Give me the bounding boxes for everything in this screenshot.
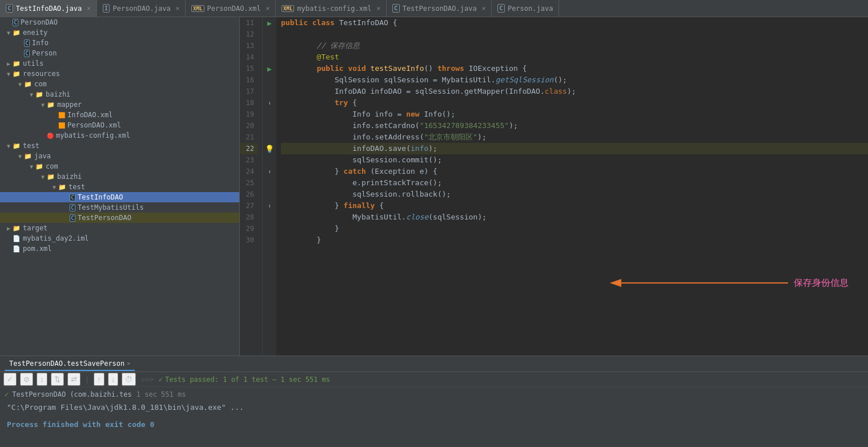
toolbar-down-btn[interactable]: ↓ [108,373,119,386]
folder-icon: 📁 [13,29,21,37]
tab-icon-c3: C [392,4,400,13]
sidebar-item-baizhi1[interactable]: 📁 baizhi [0,89,239,99]
sidebar-item-baizhi2[interactable]: 📁 baizhi [0,171,239,182]
arrow-icon [16,81,24,87]
folder-icon: 📁 [13,225,21,232]
run-gutter-icon2[interactable]: ▶ [267,65,272,73]
sidebar-label: java [34,152,51,160]
sidebar-item-mapper[interactable]: 📁 mapper [0,99,239,110]
tab-icon-c4: C [497,4,505,13]
sidebar-label: com [46,162,58,170]
sidebar-label: eneity [23,29,47,37]
tab-close-PersonDAO-xml[interactable]: ✕ [266,5,270,12]
sidebar-label: Info [32,39,49,47]
toolbar-stop-btn[interactable]: ⊘ [20,373,33,386]
sidebar-label: resources [23,70,60,78]
sidebar-item-test-folder[interactable]: 📁 test [0,141,239,151]
sidebar-item-com2[interactable]: 📁 com [0,161,239,171]
run-check-icon: ✓ [5,390,9,398]
toolbar-up-btn[interactable]: ↑ [94,373,105,386]
code-line-24: } catch (Exception e) { [281,166,868,177]
sidebar-item-TestMybatisUtils[interactable]: C TestMybatisUtils [0,202,239,213]
tab-TestInfoDAO[interactable]: C TestInfoDAO.java ✕ [0,0,97,17]
sidebar-item-Person[interactable]: C Person [0,48,239,58]
arrow-icon [5,225,13,232]
run-gutter-icon[interactable]: ▶ [267,19,272,27]
tab-mybatis-config[interactable]: XML mybatis-config.xml ✕ [276,0,387,17]
try-gutter-icon: ⬇ [268,100,271,106]
bottom-tab-TestPersonDAO[interactable]: TestPersonDAO.testSavePerson ✕ [5,357,135,371]
xml-icon: 🟧 [58,112,65,118]
sidebar-item-pom[interactable]: 📄 pom.xml [0,244,239,254]
folder-icon: 📁 [24,153,32,160]
code-line-21: info.setAddress("北京市朝阳区"); [281,131,868,143]
toolbar-sort-btn[interactable]: ⇅ [51,373,64,386]
sidebar-item-utils[interactable]: 📁 utils [0,58,239,69]
toolbar-check-btn[interactable]: ✓ [3,373,17,386]
editor-area[interactable]: 11 12 13 14 15 16 17 18 19 20 21 22 23 2… [240,17,868,356]
toolbar-clock-btn[interactable]: ⏱ [122,373,136,386]
sidebar-label: TestPersonDAO [78,214,131,222]
arrow-icon [5,61,13,67]
sidebar-item-TestInfoDAO[interactable]: C TestInfoDAO [0,192,239,202]
console-output: "C:\Program Files\Java\jdk1.8.0_181\bin\… [0,400,868,432]
sidebar-label: test [69,183,85,191]
toolbar-rerun-btn[interactable]: ↕ [37,373,47,386]
code-line-11: public class TestInfoDAO { [281,17,868,29]
code-line-16: SqlSession sqlSession = MybatisUtil.getS… [281,74,868,86]
arrow-icon [5,30,13,36]
pass-indicator: ✓ Tests passed: 1 of 1 test – 1 sec 551 … [159,376,330,384]
tab-close-TestPersonDAO[interactable]: ✕ [482,5,486,12]
tab-close-TestInfoDAO[interactable]: ✕ [87,5,91,12]
sidebar-item-mybatis-config[interactable]: 🔴 mybatis-config.xml [0,130,239,141]
code-container: 11 12 13 14 15 16 17 18 19 20 21 22 23 2… [240,17,868,356]
tab-icon-xml: XML [191,5,204,12]
tab-label-PersonDAO-xml: PersonDAO.xml [207,5,261,13]
c-icon: C [13,19,18,26]
sidebar-item-resources[interactable]: 📁 resources [0,69,239,79]
sidebar-item-InfoDAO-xml[interactable]: 🟧 InfoDAO.xml [0,110,239,120]
code-line-19: Info info = new Info(); [281,109,868,120]
code-line-25: e.printStackTrace(); [281,177,868,189]
tab-label-TestInfoDAO: TestInfoDAO.java [16,5,82,13]
sidebar-label: baizhi [46,90,70,98]
sidebar-item-target[interactable]: 📁 target [0,223,239,233]
code-line-29: } [281,223,868,234]
sidebar-item-PersonDAO[interactable]: C PersonDAO [0,17,239,27]
code-line-23: sqlSession.commit(); [281,154,868,166]
tab-TestPersonDAO[interactable]: C TestPersonDAO.java ✕ [387,0,492,17]
toolbar-sort2-btn[interactable]: ⇄ [67,373,81,386]
sidebar-label: target [23,224,47,232]
sidebar-item-test-pkg[interactable]: 📁 test [0,182,239,192]
warning-icon: 💡 [265,145,274,153]
console-cmd: "C:\Program Files\Java\jdk1.8.0_181\bin\… [7,403,861,412]
finally-gutter-icon: ⬇ [268,203,271,209]
line-numbers: 11 12 13 14 15 16 17 18 19 20 21 22 23 2… [240,17,263,356]
folder-icon: 📁 [13,60,21,67]
tab-label-PersonDAO: PersonDAO.java [112,5,170,13]
code-line-28: MybatisUtil.close(sqlSession); [281,211,868,223]
bottom-tab-close-icon[interactable]: ✕ [127,360,130,366]
sidebar-item-mybatis-day2-iml[interactable]: 📄 mybatis_day2.iml [0,233,239,244]
folder-icon: 📁 [47,173,55,181]
tab-Person[interactable]: C Person.java [492,0,559,17]
sidebar-item-java[interactable]: 📁 java [0,151,239,161]
sidebar-item-PersonDAO-xml[interactable]: 🟧 PersonDAO.xml [0,120,239,130]
arrow-icon [50,184,58,190]
tab-PersonDAO-xml[interactable]: XML PersonDAO.xml ✕ [186,0,276,17]
sidebar-item-TestPersonDAO[interactable]: C TestPersonDAO [0,213,239,223]
tab-icon-mybatis: XML [282,5,294,12]
tab-icon-c: C [6,4,13,13]
c-icon: C [70,194,75,201]
code-line-27: } finally { [281,200,868,211]
sidebar-item-eneity[interactable]: 📁 eneity [0,27,239,38]
sidebar-item-com1[interactable]: 📁 com [0,79,239,89]
tab-PersonDAO[interactable]: I PersonDAO.java ✕ [97,0,186,17]
tab-close-mybatis[interactable]: ✕ [376,5,380,12]
run-item[interactable]: ✓ TestPersonDAO (com.baizhi.tes 1 sec 55… [0,389,868,400]
sidebar-label: mybatis_day2.iml [23,234,89,242]
tab-close-PersonDAO[interactable]: ✕ [176,5,180,12]
sidebar-label: PersonDAO [21,18,58,26]
sidebar-item-Info[interactable]: C Info [0,38,239,48]
run-item-label: TestPersonDAO (com.baizhi.tes [12,390,132,398]
